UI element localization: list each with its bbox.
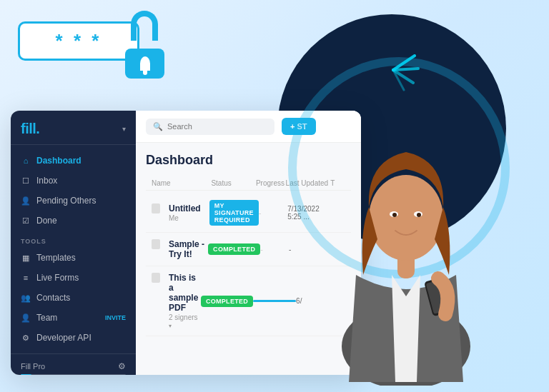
sidebar-item-label: Developer API — [36, 333, 92, 343]
sidebar-item-contacts[interactable]: 👥 Contacts — [11, 288, 136, 308]
sidebar-item-label: Inbox — [36, 176, 57, 186]
svg-point-10 — [417, 213, 421, 217]
team-icon: 👤 — [21, 313, 31, 323]
person-illustration — [299, 71, 513, 386]
row-name-cell: This is a sample PDF 2 signers ▾ — [152, 273, 201, 329]
sidebar-item-label: Contacts — [36, 293, 70, 303]
lock-body — [125, 49, 164, 79]
row-status-cell: COMPLETED — [208, 243, 260, 255]
sidebar-item-label: Live Forms — [36, 273, 79, 283]
tools-section-label: TOOLS — [11, 231, 136, 248]
doc-title: This is a sample PDF — [169, 273, 201, 313]
sidebar-item-developer-api[interactable]: ⚙ Developer API — [11, 328, 136, 348]
sidebar-item-done[interactable]: ☑ Done — [11, 211, 136, 231]
lock-icon — [118, 11, 172, 79]
status-badge: MY SIGNATURE REQUIRED — [209, 200, 259, 226]
sidebar: fill. ▾ ⌂ Dashboard ☐ Inbox 👤 Pending Ot… — [11, 111, 136, 375]
brand-chevron[interactable]: ▾ — [122, 125, 126, 133]
sidebar-item-label: Templates — [36, 253, 76, 263]
footer-brand-row: Fill Pro ⚙ — [21, 361, 126, 371]
fill-pro-label: Fill Pro — [21, 362, 45, 371]
sidebar-brand[interactable]: fill. ▾ — [11, 111, 136, 145]
row-status-cell: COMPLETED — [201, 296, 253, 307]
row-status-cell: MY SIGNATURE REQUIRED — [209, 200, 259, 226]
keyhole — [140, 56, 150, 71]
invite-badge: INVITE — [105, 314, 126, 321]
sidebar-item-label: Done — [36, 216, 57, 226]
contacts-icon: 👥 — [21, 293, 31, 303]
document-icon — [152, 203, 160, 213]
inbox-icon: ☐ — [21, 176, 31, 186]
chevron-down-icon: ▾ — [169, 323, 172, 329]
search-box: 🔍 — [146, 119, 274, 135]
lock-illustration: * * * — [7, 7, 164, 100]
pending-icon: 👤 — [21, 196, 31, 206]
search-icon: 🔍 — [153, 122, 163, 131]
api-icon: ⚙ — [21, 333, 31, 343]
doc-owner: 2 signers ▾ — [169, 313, 201, 329]
document-icon — [152, 239, 160, 249]
col-name: Name — [152, 179, 211, 187]
svg-point-9 — [392, 213, 397, 217]
doc-title: Sample - Try It! — [169, 239, 208, 259]
svg-line-1 — [393, 69, 418, 70]
row-name-cell: Untitled Me — [152, 203, 209, 222]
row-progress-cell: - — [260, 245, 289, 253]
progress-bar — [253, 300, 296, 302]
lock-shackle — [131, 11, 158, 41]
row-progress-cell: - — [259, 208, 287, 217]
sidebar-item-inbox[interactable]: ☐ Inbox — [11, 171, 136, 191]
search-input[interactable] — [167, 122, 267, 131]
live-forms-icon: ≡ — [21, 273, 31, 283]
storage-progress-fill — [21, 374, 31, 375]
document-icon — [152, 273, 160, 283]
doc-title: Untitled — [169, 203, 201, 213]
templates-icon: ▦ — [21, 253, 31, 263]
row-name-cell: Sample - Try It! — [152, 239, 208, 259]
col-status: Status — [211, 179, 256, 187]
settings-icon[interactable]: ⚙ — [118, 361, 126, 371]
home-icon: ⌂ — [21, 156, 31, 166]
sidebar-item-label: Dashboard — [36, 156, 81, 166]
col-progress: Progress — [256, 179, 286, 187]
sidebar-nav: ⌂ Dashboard ☐ Inbox 👤 Pending Others ☑ D… — [11, 145, 136, 353]
status-badge: COMPLETED — [208, 243, 260, 255]
status-badge: COMPLETED — [201, 296, 253, 307]
brand-logo: fill. — [21, 121, 39, 137]
sidebar-item-templates[interactable]: ▦ Templates — [11, 248, 136, 268]
sidebar-item-dashboard[interactable]: ⌂ Dashboard — [11, 151, 136, 171]
sidebar-item-live-forms[interactable]: ≡ Live Forms — [11, 268, 136, 288]
svg-point-6 — [369, 175, 443, 261]
sidebar-item-team[interactable]: 👤 Team INVITE — [11, 308, 136, 328]
sidebar-item-label: Team — [36, 313, 57, 323]
storage-progress-bar — [21, 374, 126, 375]
sidebar-item-pending[interactable]: 👤 Pending Others — [11, 191, 136, 211]
sidebar-item-label: Pending Others — [36, 196, 96, 206]
password-asterisks: * * * — [56, 30, 102, 52]
done-icon: ☑ — [21, 216, 31, 226]
person-image-area — [299, 71, 513, 386]
row-progress-cell — [253, 300, 296, 302]
doc-owner: Me — [169, 214, 201, 222]
sidebar-footer: Fill Pro ⚙ 10% Used — [11, 353, 136, 375]
